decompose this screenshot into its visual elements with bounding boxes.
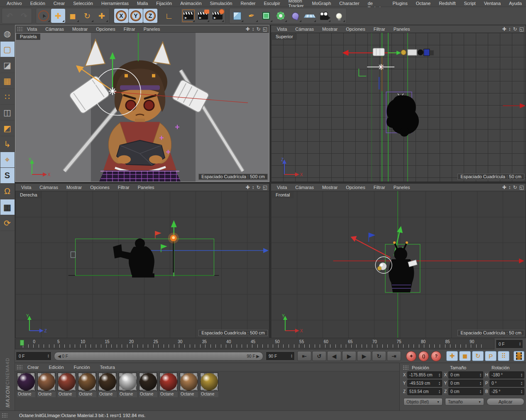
previous-frame-button[interactable]: ◀ [327,351,341,361]
play-button[interactable]: ▶ [342,351,356,361]
render-view-button[interactable] [181,9,196,23]
stepper-icon[interactable]: ▴▾ [438,390,441,394]
viewport-maximize-icon[interactable]: ◱ [263,26,267,32]
viewport-camera-label[interactable]: Superior [272,34,297,40]
viewport-zoom-icon[interactable]: ↕ [509,184,511,190]
viewport-menu-item[interactable]: Vista [17,185,35,190]
viewport-menu-item[interactable]: Mostrar [68,27,92,32]
panel-grip-icon[interactable] [17,365,22,370]
material-item[interactable]: Octane [78,373,96,397]
add-cube-button[interactable] [230,9,244,23]
viewport-menu-item[interactable]: Mostrar [62,185,86,190]
add-spline-button[interactable]: ✒ [245,9,259,23]
render-settings-button[interactable] [210,9,225,23]
key-position-toggle[interactable]: ✚ [446,351,458,361]
viewport-maximize-icon[interactable]: ◱ [519,26,524,32]
end-frame-spinner[interactable]: 90 F ▴▾ [266,351,295,361]
stepper-icon[interactable]: ▴▾ [46,354,50,358]
make-editable-button[interactable]: ◍ [0,26,15,42]
viewport-menu-item[interactable]: Filtrar [369,185,389,190]
material-item[interactable]: Octane [119,373,137,397]
viewport-menu-item[interactable]: Filtrar [369,27,389,32]
add-subdivision-button[interactable] [259,9,273,23]
apply-button[interactable]: Aplicar [487,398,524,405]
menu-item[interactable]: Edición [26,0,49,6]
material-item[interactable]: Octane [98,373,117,397]
key-scale-toggle[interactable]: ◼ [459,351,471,361]
position-field[interactable]: 519.54 cm ▴▾ [407,388,442,395]
viewport-menu-item[interactable]: Opciones [92,27,119,32]
rotation-field[interactable]: 0 ° ▴▾ [489,380,524,387]
material-item[interactable]: Octane [58,373,76,397]
top-viewport-canvas[interactable]: Z X [271,33,526,182]
material-item[interactable]: Octane [159,373,178,397]
rotation-field[interactable]: -25 ° ▴▾ [489,388,524,395]
viewport-menu-item[interactable]: Cámaras [41,27,68,32]
menu-item[interactable]: Character [335,0,363,6]
live-selection-button[interactable]: ➤ [37,9,51,23]
play-backwards-button[interactable]: ↺ [312,351,326,361]
menu-item[interactable]: Simulación [206,0,237,6]
menu-item[interactable]: MoGraph [308,0,335,6]
menu-item[interactable]: Ventana [480,0,505,6]
texture-mode-button[interactable]: ◪ [0,57,15,73]
viewport-menu-item[interactable]: Vista [273,27,291,32]
viewport-camera-label[interactable]: Paralela [16,34,40,40]
move-tool-button[interactable]: ✚ [51,9,65,23]
size-field[interactable]: 0 cm ▴▾ [448,388,483,395]
viewport-maximize-icon[interactable]: ◱ [263,184,267,190]
render-picture-viewer-button[interactable] [196,9,210,23]
range-right-arrow-icon[interactable]: ▶ [256,354,259,359]
go-to-end-button[interactable]: ⇥ [387,351,401,361]
menu-item[interactable]: Malla [133,0,152,6]
start-frame-spinner[interactable]: 0 F ▴▾ [16,351,51,361]
add-light-button[interactable] [332,9,346,23]
stepper-icon[interactable]: ▴▾ [479,381,482,386]
viewport-zoom-icon[interactable]: ↕ [252,184,254,190]
panel-grip-icon[interactable] [17,27,23,32]
material-menu-item[interactable]: Textura [95,365,120,370]
viewport-menu-item[interactable]: Opciones [342,27,369,32]
add-generator-button[interactable] [274,9,288,23]
timeline-range-scrollbar[interactable]: ◀ 0 F 90 F ▶ [54,352,263,361]
viewport-menu-item[interactable]: Filtrar [114,185,134,190]
viewport-move-icon[interactable]: ✚ [502,26,506,32]
workplane-mode-button[interactable]: ▦ [0,73,15,89]
axis-x-button[interactable]: X [114,9,128,23]
stepper-icon[interactable]: ▴▾ [438,381,441,386]
rotate-tool-button[interactable]: ↻ [80,9,94,23]
viewport-menu-item[interactable]: Opciones [86,185,113,190]
stepper-icon[interactable]: ▴▾ [520,390,524,394]
menu-item[interactable]: Esculpir [259,0,284,6]
viewport-menu-item[interactable]: Paneles [134,185,159,190]
model-mode-button[interactable]: ▢ [0,42,15,57]
viewport-menu-item[interactable]: Cámaras [291,185,318,190]
menu-item[interactable]: Script [460,0,480,6]
record-keyframe-button[interactable]: ✦ [406,351,416,361]
menu-item[interactable]: Plugins [389,0,412,6]
lock-workplane-button[interactable]: ▦ [0,199,15,215]
material-menu-item[interactable]: Edición [44,365,69,370]
menu-item[interactable]: Octane [412,0,435,6]
menu-item[interactable]: Render [236,0,259,6]
viewport-menu-item[interactable]: Opciones [342,185,369,190]
play-loop-button[interactable]: ↻ [372,351,386,361]
range-left-arrow-icon[interactable]: ◀ [58,354,61,359]
key-pla-toggle[interactable]: ⠿ [498,351,509,361]
viewport-menu-item[interactable]: Paneles [139,27,164,32]
viewport-menu-item[interactable]: Filtrar [120,27,139,32]
viewport-camera-label[interactable]: Derecha [16,192,41,198]
enable-snap-button[interactable]: S [0,168,15,184]
position-field[interactable]: -49.519 cm ▴▾ [407,380,442,387]
current-frame-spinner[interactable]: 0 F ▴▾ [496,339,523,349]
viewport-rotate-icon[interactable]: ↻ [257,26,261,32]
undo-button[interactable]: ↶ [2,9,17,23]
size-mode-dropdown[interactable]: Tamaño▼ [445,398,484,405]
stepper-icon[interactable]: ▴▾ [518,342,522,346]
panel-grip-icon[interactable] [403,365,409,370]
snapping-magnet-button[interactable]: Ω [0,184,15,199]
menu-item[interactable]: Animación [176,0,206,6]
viewport-camera-label[interactable]: Frontal [272,192,294,198]
recent-tool-button[interactable]: ✚ [95,9,109,23]
autokey-button[interactable]: () [418,351,429,361]
